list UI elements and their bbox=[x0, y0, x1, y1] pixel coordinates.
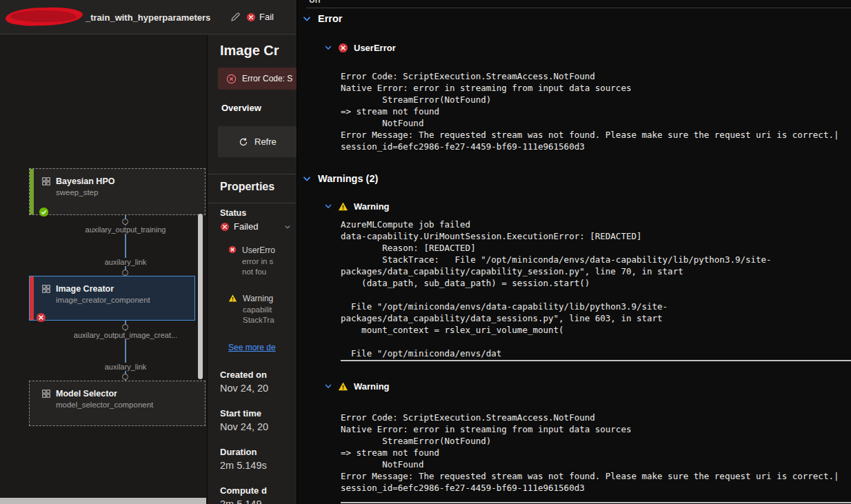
created-on-value: Nov 24, 20 bbox=[220, 383, 268, 394]
warning-header-1: Warning bbox=[324, 200, 390, 212]
error-x-icon bbox=[338, 43, 348, 53]
success-check-icon bbox=[39, 207, 49, 217]
vertical-scrollbar[interactable] bbox=[198, 214, 203, 379]
divider bbox=[306, 8, 851, 8]
edge-label: auxilary_output_image_creat... bbox=[71, 331, 180, 339]
warning-summary-line: StackTra bbox=[243, 316, 274, 324]
chevron-down-icon[interactable] bbox=[324, 202, 332, 210]
duration-label: Duration bbox=[220, 447, 257, 457]
refresh-button-label: Refre bbox=[254, 137, 277, 147]
node-title: Bayesian HPO bbox=[56, 177, 114, 186]
run-status: Fail bbox=[246, 12, 274, 22]
error-section-header: Error bbox=[302, 12, 342, 25]
node-failed-accent bbox=[30, 276, 34, 320]
see-more-details-link[interactable]: See more de bbox=[228, 343, 276, 352]
node-subtitle: sweep_step bbox=[56, 188, 199, 196]
start-time-label: Start time bbox=[220, 408, 261, 419]
warning-text-2: Error Code: ScriptExecution.StreamAccess… bbox=[341, 412, 851, 494]
pipeline-graph-canvas[interactable]: auxilary_output_training auxilary_link a… bbox=[0, 34, 207, 504]
error-x-icon bbox=[36, 312, 46, 323]
clipped-text-fragment: Uri bbox=[309, 0, 321, 5]
warning-title-1: Warning bbox=[354, 201, 390, 212]
node-subtitle: model_selector_component bbox=[56, 401, 199, 409]
warning-summary-title: Warning bbox=[243, 294, 274, 303]
compute-duration-value: 2m 5.149 bbox=[220, 498, 261, 504]
divider bbox=[208, 174, 297, 174]
chevron-down-icon[interactable] bbox=[324, 43, 332, 52]
chevron-down-icon[interactable] bbox=[324, 382, 332, 390]
user-error-summary-line: error in s bbox=[242, 257, 275, 265]
node-body: Image Creator image_creator_component bbox=[30, 276, 194, 304]
node-image-creator[interactable]: Image Creator image_creator_component bbox=[29, 276, 195, 321]
module-grid-icon bbox=[41, 284, 51, 294]
warning-header-2: Warning bbox=[324, 380, 390, 392]
user-error-header: UserError bbox=[324, 41, 396, 54]
refresh-button[interactable]: Refre bbox=[218, 126, 297, 157]
run-status-label: Fail bbox=[259, 12, 274, 22]
code-scrollbar[interactable] bbox=[341, 360, 851, 361]
user-error-summary: UserErro error in s not fou bbox=[228, 245, 275, 276]
node-success-accent bbox=[30, 169, 34, 214]
chevron-down-icon[interactable] bbox=[284, 223, 291, 230]
node-input-port bbox=[122, 374, 128, 380]
edge-label: auxilary_link bbox=[102, 363, 150, 371]
error-details-panel: Uri Error UserError Error Code: ScriptEx… bbox=[297, 0, 851, 504]
error-circle-icon bbox=[226, 74, 237, 84]
warning-title-2: Warning bbox=[354, 381, 390, 392]
chevron-down-icon[interactable] bbox=[302, 174, 312, 183]
created-on-label: Created on bbox=[220, 370, 267, 380]
node-model-selector[interactable]: Model Selector model_selector_component bbox=[29, 381, 206, 426]
warning-triangle-icon bbox=[338, 201, 348, 212]
compute-duration-label: Compute d bbox=[220, 485, 267, 496]
node-title: Image Creator bbox=[56, 284, 114, 294]
divider bbox=[208, 203, 297, 203]
start-time-value: Nov 24, 20 bbox=[220, 421, 268, 432]
warning-text-1: AzureMLCompute job failed data-capabilit… bbox=[341, 219, 851, 359]
module-grid-icon bbox=[41, 177, 51, 186]
warnings-section-title: Warnings (2) bbox=[318, 173, 378, 184]
code-scrollbar[interactable] bbox=[341, 502, 851, 503]
module-grid-icon bbox=[41, 389, 51, 399]
status-value: Failed bbox=[234, 221, 258, 232]
node-bayesian-hpo[interactable]: Bayesian HPO sweep_step bbox=[29, 168, 206, 215]
edge-label: auxilary_output_training bbox=[83, 225, 169, 234]
tab-overview[interactable]: Overview bbox=[221, 103, 261, 113]
refresh-icon bbox=[239, 137, 248, 147]
redacted-run-name-scribble bbox=[6, 6, 83, 27]
properties-heading: Properties bbox=[220, 181, 274, 193]
user-error-title: UserError bbox=[354, 43, 396, 53]
edge-label: auxilary_link bbox=[102, 258, 150, 266]
edit-pencil-icon[interactable] bbox=[230, 12, 241, 22]
node-input-port bbox=[122, 270, 128, 276]
warnings-section-header: Warnings (2) bbox=[302, 172, 378, 185]
run-name: _train_with_hyperparameters bbox=[86, 12, 210, 23]
failed-status-icon bbox=[220, 222, 230, 232]
node-output-port bbox=[122, 324, 128, 330]
error-section-title: Error bbox=[318, 13, 342, 24]
failed-status-icon bbox=[246, 12, 256, 22]
chevron-down-icon[interactable] bbox=[302, 14, 312, 23]
azureml-pipeline-window: _train_with_hyperparameters Fail auxilar… bbox=[0, 0, 851, 504]
user-error-text: Error Code: ScriptExecution.StreamAccess… bbox=[341, 70, 851, 152]
user-error-summary-title: UserErro bbox=[242, 245, 275, 255]
warning-triangle-icon bbox=[338, 381, 348, 392]
warning-summary: Warning capabilit StackTra bbox=[228, 294, 274, 324]
warning-summary-line: capabilit bbox=[243, 305, 274, 314]
component-title: Image Cr bbox=[220, 43, 279, 59]
node-body: Bayesian HPO sweep_step bbox=[30, 169, 205, 196]
node-title: Model Selector bbox=[56, 389, 117, 399]
error-banner: Error Code: S bbox=[218, 68, 297, 90]
error-banner-text: Error Code: S bbox=[242, 74, 292, 83]
title-bar: _train_with_hyperparameters Fail bbox=[0, 0, 297, 34]
node-subtitle: image_creator_component bbox=[56, 296, 189, 304]
node-body: Model Selector model_selector_component bbox=[30, 381, 205, 409]
component-details-panel: Image Cr Error Code: S Overview Refre Pr… bbox=[207, 34, 297, 504]
user-error-summary-line: not fou bbox=[242, 268, 275, 276]
duration-value: 2m 5.149s bbox=[220, 460, 267, 471]
error-x-icon bbox=[228, 245, 237, 276]
status-field-label: Status bbox=[220, 208, 246, 218]
warning-triangle-icon bbox=[228, 294, 237, 324]
horizontal-scrollbar[interactable] bbox=[0, 498, 206, 504]
node-output-port bbox=[122, 219, 128, 225]
status-value-row: Failed bbox=[220, 221, 291, 232]
